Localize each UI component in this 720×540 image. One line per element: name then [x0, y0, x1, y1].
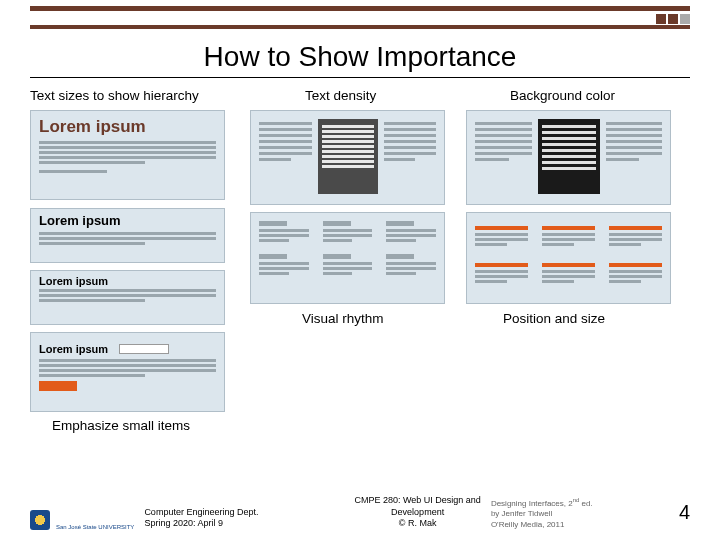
dark-block [538, 119, 600, 194]
footer-author: © R. Mak [344, 518, 491, 530]
wireframe-heading: Lorem ipsum [39, 343, 108, 355]
sjsu-logo-icon [30, 510, 50, 530]
wireframe-text-size-xl: Lorem ipsum [30, 110, 225, 200]
input-placeholder-box [119, 344, 169, 354]
emphasis-swatch [39, 381, 77, 391]
top-rule [30, 6, 690, 11]
caption-emphasize: Emphasize small items [52, 418, 190, 433]
wireframe-heading: Lorem ipsum [39, 117, 216, 137]
footer-mid: CMPE 280: Web UI Design and Development … [344, 495, 491, 530]
dense-block [318, 119, 378, 194]
slide-content: Text sizes to show hierarchy Text densit… [30, 88, 690, 468]
wireframe-position-size [466, 212, 671, 304]
footer-left: Computer Engineering Dept. Spring 2020: … [144, 507, 344, 530]
wireframe-background-color [466, 110, 671, 205]
citation-author: by Jenifer Tidwell [491, 509, 661, 519]
wireframe-visual-rhythm [250, 212, 445, 304]
wireframe-text-density [250, 110, 445, 205]
footer-dept: Computer Engineering Dept. [144, 507, 344, 519]
wireframe-heading: Lorem ipsum [39, 213, 216, 228]
footer-date: Spring 2020: April 9 [144, 518, 344, 530]
thin-rule [30, 77, 690, 78]
footer-course: CMPE 280: Web UI Design and Development [344, 495, 491, 518]
corner-decoration [656, 14, 690, 24]
sjsu-logo-text: San José State UNIVERSITY [56, 524, 134, 530]
caption-visual-rhythm: Visual rhythm [302, 311, 384, 326]
wireframe-emphasize: Lorem ipsum [30, 332, 225, 412]
page-number: 4 [679, 501, 690, 524]
caption-text-sizes: Text sizes to show hierarchy [30, 88, 199, 103]
citation-pub: O'Reilly Media, 2011 [491, 520, 661, 530]
slide-title: How to Show Importance [0, 41, 720, 73]
second-rule [30, 25, 690, 29]
caption-background-color: Background color [510, 88, 615, 103]
citation-title: Designing Interfaces, 2nd ed. [491, 497, 661, 509]
wireframe-text-size-md: Lorem ipsum [30, 270, 225, 325]
caption-position-size: Position and size [503, 311, 605, 326]
wireframe-heading: Lorem ipsum [39, 275, 216, 287]
wireframe-text-size-lg: Lorem ipsum [30, 208, 225, 263]
footer: San José State UNIVERSITY Computer Engin… [0, 495, 720, 530]
caption-text-density: Text density [305, 88, 376, 103]
footer-citation: Designing Interfaces, 2nd ed. by Jenifer… [491, 497, 661, 530]
